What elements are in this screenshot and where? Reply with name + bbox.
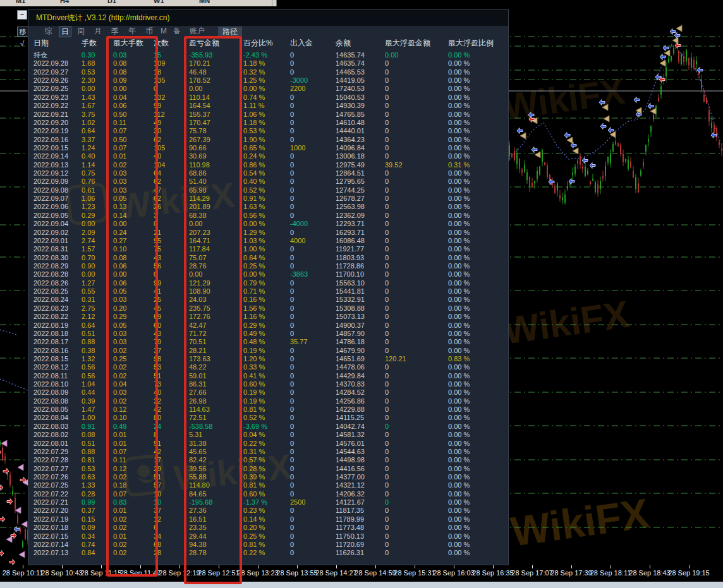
table-row[interactable]: 2022.08.232.750.2045235.751.56 %015308.8… — [28, 304, 508, 313]
tab-备[interactable]: 备 — [171, 27, 183, 36]
cell: 0 — [385, 397, 389, 405]
mtdriver-statistics-panel: MTDriver统计 ,V3.12 (http://mtdriver.cn) 路… — [28, 9, 509, 565]
timeframe-button-W1[interactable]: W1 — [154, 0, 164, 4]
table-row[interactable]: 2022.08.010.510.015131.380.22 %014576.01… — [28, 440, 508, 448]
axis-tick — [415, 565, 415, 568]
table-row[interactable]: 2022.08.280.000.0000.000.00 %-386311700.… — [28, 270, 508, 279]
table-row[interactable]: 2022.09.270.530.081846.480.32 %014465.53… — [28, 68, 508, 76]
timeframe-button-H4[interactable]: H4 — [60, 0, 69, 4]
table-row[interactable]: 2022.08.311.570.1075117.841.00 %011921.7… — [28, 245, 508, 253]
table-row[interactable]: 2022.09.201.020.1149170.471.18 %014610.4… — [28, 119, 508, 127]
table-row[interactable]: 2022.07.280.810.111782.420.57 %014498.98… — [28, 456, 508, 464]
table-row[interactable]: 2022.09.012.740.2795164.711.03 %40001608… — [28, 237, 508, 245]
cell: 2022.08.01 — [33, 440, 68, 448]
table-row[interactable]: 2022.09.120.750.036468.860.54 %012864.51… — [28, 169, 508, 177]
table-row[interactable]: 2022.07.180.090.02623.350.20 %011773.480… — [28, 524, 508, 532]
table-row[interactable]: 2022.09.213.750.50112155.371.06 %014765.… — [28, 111, 508, 119]
table-row[interactable]: 2022.08.290.900.065628.760.25 %011728.86… — [28, 262, 508, 270]
table-row[interactable]: 2022.09.090.760.036251.400.40 %012795.65… — [28, 177, 508, 186]
table-row[interactable]: 2022.08.170.880.037970.510.48 %35.771478… — [28, 338, 508, 346]
table-row[interactable]: 2022.09.061.230.1326201.891.63 %012563.9… — [28, 203, 508, 211]
trade-marker-redarrow — [0, 551, 4, 556]
table-row[interactable]: 2022.08.090.440.034027.660.19 %014284.52… — [28, 388, 508, 397]
table-row[interactable]: 2022.08.300.700.084375.070.64 %011803.93… — [28, 254, 508, 262]
tab-综[interactable]: 综 — [42, 27, 54, 36]
tab-周[interactable]: 周 — [75, 27, 87, 36]
table-row[interactable]: 2022.08.120.560.025348.220.33 %014478.06… — [28, 363, 508, 371]
cell: 1.00 — [82, 414, 95, 422]
cell: 1.16 % — [243, 313, 265, 321]
table-row[interactable]: 2022.08.110.560.025159.010.41 %014429.84… — [28, 372, 508, 380]
tab-月[interactable]: 月 — [92, 27, 104, 36]
path-button[interactable]: 路径 — [218, 27, 242, 37]
table-row[interactable]: 2022.07.150.340.013429.440.25 %011750.13… — [28, 532, 508, 541]
table-row[interactable]: 2022.07.260.630.025155.880.39 %014377.00… — [28, 473, 508, 481]
table-row[interactable]: 2022.08.101.040.047386.310.60 %014370.83… — [28, 380, 508, 388]
cell: 0 — [385, 380, 389, 388]
table-row[interactable]: 2022.08.160.380.023728.210.19 %014679.90… — [28, 347, 508, 355]
table-row[interactable]: 2022.07.220.280.071084.650.60 %014206.32… — [28, 490, 508, 498]
table-row[interactable]: 2022.08.020.080.0185.310.04 %014581.3200… — [28, 431, 508, 439]
table-row[interactable]: 2022.08.222.120.2969172.761.16 %015073.1… — [28, 313, 508, 321]
table-row[interactable]: 2022.07.270.530.122939.560.28 %014416.56… — [28, 465, 508, 473]
table-row[interactable]: 2022.07.140.740.026894.380.81 %011720.69… — [28, 541, 508, 549]
table-row[interactable]: 2022.07.251.330.1857114.800.81 %014321.1… — [28, 481, 508, 489]
cell: 3.75 — [82, 111, 95, 119]
table-row[interactable]: 2022.09.231.430.04132110.140.74 %015040.… — [28, 93, 508, 102]
move-button[interactable]: 移 — [17, 27, 28, 37]
table-row[interactable]: 2022.08.030.910.4924-538.58-3.69 %014042… — [28, 423, 508, 431]
table-row[interactable]: 2022.08.080.390.023226.980.19 %014256.86… — [28, 397, 508, 405]
table-row[interactable]: 2022.07.200.370.013727.360.23 %011817.35… — [28, 507, 508, 515]
table-row[interactable]: 2022.09.080.610.034765.980.52 %012744.25… — [28, 186, 508, 195]
table-row[interactable]: 2022.07.130.840.022828.780.22 %011626.31… — [28, 549, 508, 557]
cell: 0 — [290, 405, 294, 414]
table-row[interactable]: 2022.09.250.000.0000.000.00 %220017240.5… — [28, 85, 508, 93]
table-row[interactable]: 2022.09.050.290.14368.380.56 %012362.090… — [28, 212, 508, 220]
table-row[interactable]: 2022.08.261.270.0699121.290.79 %015563.1… — [28, 279, 508, 287]
timeframe-button-M1[interactable]: M1 — [16, 0, 25, 4]
axis-label: 28 Sep 13:55 — [276, 569, 317, 577]
table-row[interactable]: 2022.08.051.470.1242114.630.81 %014229.8… — [28, 405, 508, 414]
table-row[interactable]: 持仓0.300.0315-355.93-2.43 %014635.740.000… — [28, 51, 508, 59]
table-row[interactable]: 2022.08.041.000.108072.510.52 %014115.25… — [28, 414, 508, 422]
cell: 1.56 % — [243, 304, 265, 313]
tab-M[interactable]: M — [159, 27, 169, 36]
tab-币[interactable]: 币 — [143, 27, 155, 36]
table-row[interactable]: 2022.09.221.670.0699164.541.11 %014930.3… — [28, 102, 508, 110]
timeframe-button-D1[interactable]: D1 — [107, 0, 116, 4]
table-row[interactable]: 2022.08.180.510.034371.720.49 %014857.90… — [28, 330, 508, 338]
table-row[interactable]: 2022.09.071.060.0562114.290.91 %012678.2… — [28, 195, 508, 203]
table-row[interactable]: 2022.09.131.140.02104110.980.86 %012975.… — [28, 161, 508, 169]
table-row[interactable]: 2022.09.040.000.0000.000.00 %-400012293.… — [28, 220, 508, 228]
panel-titlebar[interactable]: MTDriver统计 ,V3.12 (http://mtdriver.cn) — [28, 9, 508, 26]
table-row[interactable]: 2022.08.151.320.2598173.631.20 %014651.6… — [28, 355, 508, 363]
timeframe-button-MN[interactable]: MN — [199, 0, 210, 4]
cell: 0 — [385, 338, 389, 346]
cell: 0.81 % — [243, 481, 265, 489]
table-row[interactable]: 2022.09.140.400.014030.690.24 %013006.18… — [28, 152, 508, 160]
table-row[interactable]: 2022.09.022.090.2421207.231.29 %016293.7… — [28, 229, 508, 237]
table-row[interactable]: 2022.08.190.640.056042.470.29 %014900.37… — [28, 321, 508, 330]
table-row[interactable]: 2022.07.190.150.021216.510.14 %011789.99… — [28, 515, 508, 524]
tab-日[interactable]: 日 — [59, 27, 71, 37]
trade-marker-blue — [532, 147, 537, 153]
table-row[interactable]: 2022.09.151.240.0710590.660.65 %10001409… — [28, 144, 508, 152]
tab-季[interactable]: 季 — [109, 27, 121, 36]
cell: 0 — [290, 59, 294, 68]
cell: 2022.08.15 — [33, 355, 68, 363]
table-row[interactable]: 2022.09.281.680.08109170.211.18 %014635.… — [28, 59, 508, 68]
minimize-button[interactable]: − — [17, 10, 27, 20]
cell: 14679.90 — [336, 347, 365, 355]
table-row[interactable]: 2022.09.262.300.09135178.521.25 %-300014… — [28, 76, 508, 85]
cell: 0.00 % — [448, 186, 470, 195]
table-row[interactable]: 2022.08.250.550.0541108.900.71 %015441.8… — [28, 287, 508, 296]
cell: 0 — [385, 347, 389, 355]
tab-账户[interactable]: 账户 — [188, 27, 207, 36]
table-row[interactable]: 2022.07.290.880.074245.650.31 %014544.63… — [28, 448, 508, 456]
cell: 0 — [385, 414, 389, 422]
table-row[interactable]: 2022.09.163.370.5062267.391.90 %014364.2… — [28, 136, 508, 144]
table-row[interactable]: 2022.09.190.640.073075.780.53 %014440.01… — [28, 127, 508, 135]
tab-年[interactable]: 年 — [126, 27, 138, 36]
table-row[interactable]: 2022.08.240.310.032524.030.16 %015332.91… — [28, 296, 508, 304]
table-row[interactable]: 2022.07.210.990.8310-195.68-1.37 %250014… — [28, 498, 508, 507]
